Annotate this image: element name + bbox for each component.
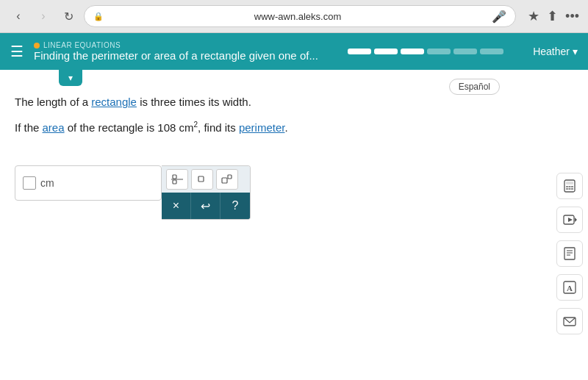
help-button[interactable]: ? — [220, 193, 250, 219]
problem-text-2b: of the rectangle is 108 cm — [65, 121, 194, 134]
progress-seg-4 — [427, 49, 451, 54]
forward-button[interactable]: › — [34, 7, 53, 26]
undo-button[interactable]: ↩ — [191, 193, 220, 219]
svg-text:A: A — [567, 284, 573, 293]
section-badge: LINEAR EQUATIONS — [34, 41, 318, 49]
back-button[interactable]: ‹ — [9, 7, 28, 26]
progress-seg-3 — [401, 49, 424, 54]
problem-area: The length of a rectangle is three times… — [0, 70, 588, 152]
menu-button[interactable]: ☰ — [10, 43, 24, 60]
section-label: LINEAR EQUATIONS — [43, 41, 121, 49]
svg-rect-12 — [569, 188, 571, 190]
math-toolbar: × ↩ ? — [162, 165, 251, 220]
user-dropdown-icon: ▾ — [573, 46, 578, 57]
problem-text-1b: is three times its width. — [137, 96, 251, 108]
progress-area — [329, 49, 523, 54]
svg-rect-7 — [566, 182, 573, 184]
area-link[interactable]: area — [43, 121, 65, 134]
svg-rect-4 — [222, 178, 227, 183]
lock-icon: 🔒 — [93, 12, 104, 21]
mail-button[interactable] — [556, 308, 583, 334]
side-toolbar: A — [551, 70, 588, 380]
address-bar[interactable]: 🔒 www-awn.aleks.com 🎤 — [84, 5, 516, 27]
calculator-button[interactable] — [556, 173, 583, 199]
browser-actions: ★ ⬆ ••• — [528, 8, 579, 24]
math-toolbar-top — [162, 166, 250, 193]
problem-text-1a: The length of a — [15, 96, 91, 108]
espanol-button[interactable]: Español — [449, 79, 500, 95]
svg-rect-11 — [566, 188, 568, 190]
svg-rect-5 — [228, 175, 232, 179]
rectangle-link[interactable]: rectangle — [91, 96, 137, 108]
problem-text-2a: If the — [15, 121, 43, 134]
perimeter-link[interactable]: perimeter — [239, 121, 285, 134]
font-button[interactable]: A — [556, 274, 583, 301]
svg-rect-9 — [569, 186, 571, 187]
answer-input-box[interactable]: cm — [15, 165, 162, 201]
url-text: www-awn.aleks.com — [108, 11, 487, 22]
section-dropdown-button[interactable]: ▾ — [59, 70, 82, 86]
svg-marker-15 — [575, 218, 577, 222]
share-button[interactable]: ⬆ — [547, 8, 558, 24]
svg-marker-16 — [568, 218, 573, 222]
progress-seg-2 — [374, 49, 398, 54]
reload-button[interactable]: ↻ — [59, 7, 78, 26]
user-name: Heather — [533, 46, 570, 57]
problem-text-2c: , find its — [198, 121, 239, 134]
problem-text-2d: . — [284, 121, 287, 134]
superscript-button[interactable] — [216, 169, 238, 190]
star-button[interactable]: ★ — [528, 8, 539, 24]
math-toolbar-bottom: × ↩ ? — [162, 193, 250, 219]
user-menu[interactable]: Heather ▾ — [533, 46, 578, 57]
unit-label: cm — [40, 177, 54, 189]
browser-bar: ‹ › ↻ 🔒 www-awn.aleks.com 🎤 ★ ⬆ ••• — [0, 0, 588, 33]
square-button[interactable] — [191, 169, 213, 190]
progress-seg-5 — [453, 49, 477, 54]
problem-line-1: The length of a rectangle is three times… — [15, 92, 573, 112]
svg-rect-3 — [198, 176, 204, 182]
orange-dot — [34, 43, 40, 49]
header-title: Finding the perimeter or area of a recta… — [34, 49, 318, 62]
svg-rect-13 — [571, 188, 573, 190]
svg-rect-0 — [173, 175, 176, 179]
video-button[interactable] — [556, 207, 583, 233]
svg-rect-2 — [173, 180, 176, 184]
fraction-button[interactable] — [166, 169, 188, 190]
header-section: LINEAR EQUATIONS Finding the perimeter o… — [34, 41, 318, 62]
answer-area: cm — [15, 165, 573, 220]
progress-seg-1 — [348, 49, 371, 54]
textbook-button[interactable] — [556, 240, 583, 267]
svg-rect-10 — [571, 186, 573, 187]
app-header: ☰ LINEAR EQUATIONS Finding the perimeter… — [0, 33, 588, 70]
svg-rect-17 — [564, 248, 575, 259]
clear-button[interactable]: × — [162, 193, 191, 219]
progress-segments — [348, 49, 503, 54]
main-content: ▾ Español The length of a rectangle is t… — [0, 70, 588, 380]
svg-rect-8 — [566, 186, 568, 187]
input-cursor — [23, 176, 36, 190]
mic-icon[interactable]: 🎤 — [492, 10, 506, 24]
progress-seg-6 — [480, 49, 503, 54]
problem-line-2: If the area of the rectangle is 108 cm2,… — [15, 118, 573, 137]
more-button[interactable]: ••• — [565, 9, 579, 24]
